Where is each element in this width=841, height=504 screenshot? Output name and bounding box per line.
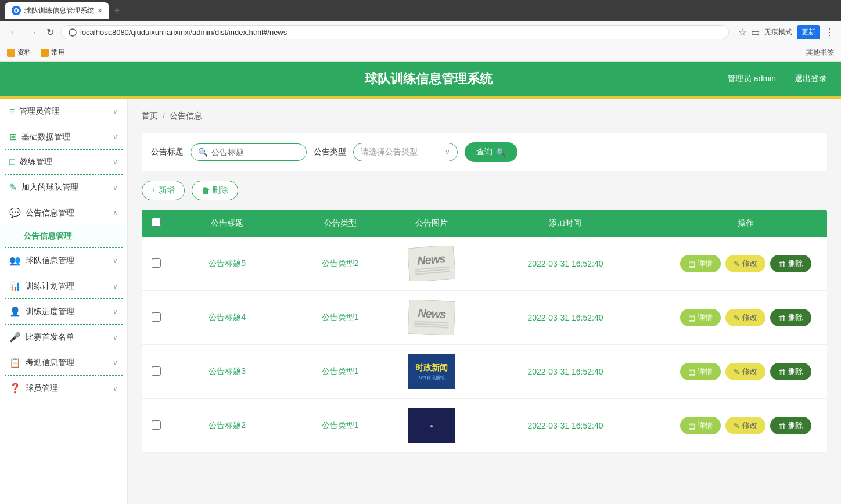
address-bar[interactable]: localhost:8080/qiuduixunlianxinxi/admin/… xyxy=(61,25,729,39)
row4-detail-btn[interactable]: ▤ 详情 xyxy=(680,417,721,434)
browser-tab[interactable]: 球队训练信息管理系统 × xyxy=(5,2,109,19)
menu-btn[interactable]: ⋮ xyxy=(825,27,834,38)
search-input-wrapper[interactable]: 🔍 xyxy=(191,143,307,161)
dark-img-text-4: ● xyxy=(430,423,433,429)
lock-icon xyxy=(69,28,77,37)
row2-edit-btn[interactable]: ✎ 修改 xyxy=(725,309,765,326)
bookmark-item-2[interactable]: 常用 xyxy=(41,48,65,57)
tab-favicon xyxy=(12,6,21,15)
row3-edit-btn[interactable]: ✎ 修改 xyxy=(725,363,765,380)
sidebar-chevron-jointeam: ∨ xyxy=(113,183,118,192)
sidebar-item-basic[interactable]: ⊞ 基础数据管理 ∨ xyxy=(0,124,127,149)
sidebar-icon-basic: ⊞ xyxy=(9,131,17,142)
sidebar-icon-attendance: 📋 xyxy=(9,357,21,368)
back-btn[interactable]: ← xyxy=(7,25,21,40)
row1-image: News xyxy=(397,237,466,291)
sidebar-label-announcement: 公告信息管理 xyxy=(26,208,108,218)
row2-checkbox-cell xyxy=(142,291,171,345)
bookmark-label-1: 资料 xyxy=(17,48,31,57)
sidebar-label-jointeam: 加入的球队管理 xyxy=(21,182,108,193)
breadcrumb-home[interactable]: 首页 xyxy=(142,111,158,121)
row4-delete-btn[interactable]: 🗑 删除 xyxy=(770,417,811,434)
sidebar-item-coach[interactable]: □ 教练管理 ∨ xyxy=(0,150,127,174)
bookmark-label-2: 常用 xyxy=(51,48,65,57)
row3-detail-btn[interactable]: ▤ 详情 xyxy=(680,363,721,380)
select-all-checkbox[interactable] xyxy=(152,218,161,227)
search-title-input[interactable] xyxy=(211,147,293,157)
bookmark-icon-1 xyxy=(7,49,15,57)
row3-action-btns: ▤ 详情 ✎ 修改 🗑 删除 xyxy=(671,363,820,380)
sidebar-label-training-progress: 训练进度管理 xyxy=(26,307,108,317)
sidebar-item-jointeam[interactable]: ✎ 加入的球队管理 ∨ xyxy=(0,175,127,200)
delete-icon-4: 🗑 xyxy=(778,422,786,430)
row4-type: 公告类型1 xyxy=(283,399,396,453)
row1-detail-btn[interactable]: ▤ 详情 xyxy=(680,255,721,272)
bookmark-star-btn[interactable]: ☆ xyxy=(738,27,746,38)
row2-checkbox[interactable] xyxy=(152,312,161,322)
sidebar-item-training-plan[interactable]: 📊 训练计划管理 ∨ xyxy=(0,273,127,298)
row4-actions: ▤ 详情 ✎ 修改 🗑 删除 xyxy=(664,399,827,453)
data-table: 公告标题 公告类型 公告图片 添加时间 操作 公告标题5 公告类型2 xyxy=(142,210,827,453)
sidebar-item-team[interactable]: 👥 球队信息管理 ∨ xyxy=(0,248,127,273)
row3-delete-label: 删除 xyxy=(788,366,803,377)
row4-checkbox-cell xyxy=(142,399,171,453)
row3-news-img: 时政新闻 365资讯播报 xyxy=(408,354,455,389)
row1-checkbox[interactable] xyxy=(152,258,161,268)
row3-checkbox[interactable] xyxy=(152,366,161,376)
forward-btn[interactable]: → xyxy=(26,25,39,40)
col-time: 添加时间 xyxy=(466,210,664,237)
sidebar-chevron-basic: ∨ xyxy=(113,133,118,141)
sidebar-icon-training-progress: 👤 xyxy=(9,306,21,317)
row1-edit-btn[interactable]: ✎ 修改 xyxy=(725,255,765,272)
row3-delete-btn[interactable]: 🗑 删除 xyxy=(770,363,811,380)
breadcrumb-current: 公告信息 xyxy=(170,111,202,121)
browser-chrome: 球队训练信息管理系统 × + xyxy=(0,0,841,21)
sidebar-item-announcement[interactable]: 💬 公告信息管理 ∧ xyxy=(0,200,127,225)
delete-icon-2: 🗑 xyxy=(778,314,786,322)
sidebar-chevron-player: ∨ xyxy=(113,384,118,393)
logout-btn[interactable]: 退出登录 xyxy=(795,74,827,84)
add-announcement-btn[interactable]: + 新增 xyxy=(142,181,185,200)
query-btn[interactable]: 查询 🔍 xyxy=(465,142,517,162)
row1-time: 2022-03-31 16:52:40 xyxy=(466,237,664,291)
row4-title: 公告标题2 xyxy=(171,399,283,453)
sidebar-divider-10 xyxy=(5,401,123,401)
row4-action-btns: ▤ 详情 ✎ 修改 🗑 删除 xyxy=(671,417,820,434)
update-btn[interactable]: 更新 xyxy=(797,25,820,39)
sidebar-item-attendance[interactable]: 📋 考勤信息管理 ∨ xyxy=(0,350,127,375)
row2-actions: ▤ 详情 ✎ 修改 🗑 删除 xyxy=(664,291,827,345)
query-search-icon: 🔍 xyxy=(496,147,506,157)
search-type-select[interactable]: 请选择公告类型 ∨ xyxy=(353,143,458,161)
row2-title: 公告标题4 xyxy=(171,291,283,345)
browser-nav: ← → ↻ localhost:8080/qiuduixunlianxinxi/… xyxy=(0,21,841,44)
app-body: ≡ 管理员管理 ∨ ⊞ 基础数据管理 ∨ □ 教练管理 ∨ ✎ 加入的球队管理 … xyxy=(0,99,841,504)
row2-delete-btn[interactable]: 🗑 删除 xyxy=(770,309,811,326)
batch-delete-btn[interactable]: 🗑 删除 xyxy=(192,181,238,200)
add-btn-label: + 新增 xyxy=(152,185,175,196)
sidebar-sub-announcement-mgmt[interactable]: 公告信息管理 xyxy=(0,225,127,247)
sidebar-item-player[interactable]: ❓ 球员管理 ∨ xyxy=(0,376,127,401)
sidebar-label-match-roster: 比赛首发名单 xyxy=(26,332,108,343)
news-text-2: News xyxy=(418,306,446,321)
bookmark-item-1[interactable]: 资料 xyxy=(7,48,31,57)
sidebar-item-match-roster[interactable]: 🎤 比赛首发名单 ∨ xyxy=(0,325,127,350)
other-bookmarks[interactable]: 其他书签 xyxy=(806,48,834,57)
refresh-btn[interactable]: ↻ xyxy=(44,24,56,40)
row1-delete-btn[interactable]: 🗑 删除 xyxy=(770,255,811,272)
sidebar-icon-announcement: 💬 xyxy=(9,207,21,218)
row4-checkbox[interactable] xyxy=(152,420,161,430)
sidebar-item-training-progress[interactable]: 👤 训练进度管理 ∨ xyxy=(0,299,127,324)
row1-news-img: News xyxy=(408,246,455,281)
sidebar-sub-label-announcement: 公告信息管理 xyxy=(23,231,72,240)
row2-edit-label: 修改 xyxy=(742,312,757,323)
row4-edit-btn[interactable]: ✎ 修改 xyxy=(725,417,765,434)
sidebar-toggle-btn[interactable]: ▭ xyxy=(751,27,760,38)
action-bar: + 新增 🗑 删除 xyxy=(142,181,827,200)
col-image: 公告图片 xyxy=(397,210,466,237)
sidebar-item-admin[interactable]: ≡ 管理员管理 ∨ xyxy=(0,99,127,124)
row2-detail-btn[interactable]: ▤ 详情 xyxy=(680,309,721,326)
row3-checkbox-cell xyxy=(142,345,171,399)
tab-close-btn[interactable]: × xyxy=(98,6,102,15)
new-tab-btn[interactable]: + xyxy=(114,5,120,17)
del-btn-label: 删除 xyxy=(212,185,228,196)
